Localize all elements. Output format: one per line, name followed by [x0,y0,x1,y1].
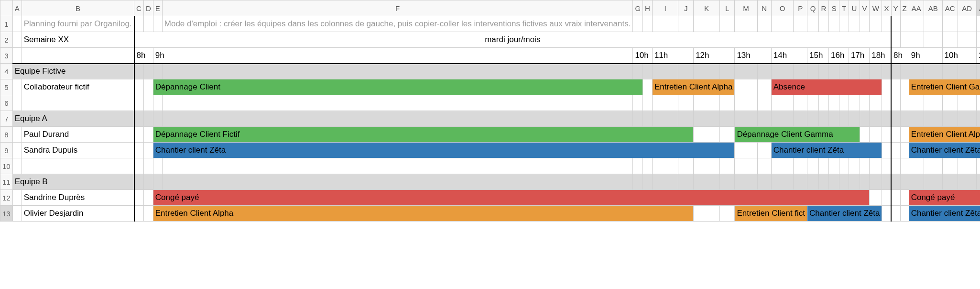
cell[interactable] [828,158,839,174]
cell[interactable] [12,143,22,158]
cell[interactable] [900,143,909,158]
cell[interactable] [924,174,942,190]
cell[interactable] [891,111,900,127]
cell[interactable] [678,158,694,174]
task-block[interactable]: Entretien Client Alpha [652,79,735,95]
cell[interactable] [882,95,891,111]
cell[interactable] [891,143,900,158]
task-block[interactable]: Chantier client Zêta [909,143,980,158]
cell[interactable] [633,64,643,79]
cell[interactable] [757,95,771,111]
cell[interactable] [818,64,828,79]
col-header[interactable]: T [839,0,849,16]
cell[interactable] [162,95,633,111]
cell[interactable] [958,158,976,174]
cell[interactable] [143,206,153,222]
cell[interactable] [958,174,976,190]
cell[interactable] [909,32,924,48]
spreadsheet[interactable]: A B C D E F G H I J K L M N O P Q R S T … [0,0,980,222]
task-block[interactable]: Chantier client Zêta [909,206,980,222]
cell[interactable] [735,16,757,32]
cell[interactable] [807,111,819,127]
cell[interactable] [134,190,144,206]
time-header[interactable]: 13h [735,48,771,64]
cell[interactable] [870,158,882,174]
cell[interactable]: Planning fourni par Organilog. [22,16,134,32]
cell[interactable] [757,64,771,79]
row-header[interactable]: 6 [0,95,13,111]
task-block[interactable]: Chantier client Zêta [153,143,735,158]
cell[interactable] [849,95,860,111]
cell[interactable] [12,48,22,64]
task-block[interactable]: Absence [771,79,882,95]
cell[interactable] [839,111,849,127]
col-header[interactable]: I [652,0,678,16]
cell[interactable]: Mode d'emploi : créer les équipes dans l… [162,16,633,32]
cell[interactable] [143,16,153,32]
col-header[interactable]: P [794,0,807,16]
cell[interactable] [134,111,144,127]
col-header[interactable]: AD [958,0,976,16]
cell[interactable] [900,64,909,79]
cell[interactable] [643,79,653,95]
time-header[interactable]: 16h [828,48,849,64]
col-header[interactable]: Y [891,0,900,16]
cell[interactable] [153,95,162,111]
time-header[interactable]: 9h [153,48,633,64]
cell[interactable] [849,158,860,174]
cell[interactable] [134,16,144,32]
cell[interactable] [12,206,22,222]
cell[interactable] [143,174,153,190]
cell[interactable] [134,206,144,222]
cell[interactable] [909,174,924,190]
cell[interactable] [909,16,924,32]
time-header[interactable]: 15h [807,48,829,64]
col-header[interactable]: H [643,0,653,16]
col-header[interactable]: J [678,0,694,16]
cell[interactable] [652,95,678,111]
task-block[interactable]: Dépannage Client Gamma [735,127,860,143]
col-header[interactable]: D [143,0,153,16]
row-header[interactable]: 8 [0,127,13,143]
cell[interactable] [924,32,942,48]
cell[interactable] [976,64,980,79]
cell[interactable] [633,95,643,111]
cell[interactable] [643,95,653,111]
col-header[interactable]: AC [942,0,958,16]
cell[interactable] [134,64,144,79]
cell[interactable] [942,174,958,190]
row-header[interactable]: 2 [0,32,13,48]
task-block[interactable]: Entretien Client fict [735,206,807,222]
person-name[interactable]: Olivier Desjardin [22,206,134,222]
time-header[interactable]: 8h [134,48,153,64]
team-label[interactable]: Equipe Fictive [12,64,134,79]
cell[interactable] [720,127,735,143]
cell[interactable] [694,64,720,79]
cell[interactable] [924,158,942,174]
cell[interactable] [882,16,891,32]
cell[interactable] [909,158,924,174]
cell[interactable] [807,64,819,79]
cell[interactable] [22,48,134,64]
cell[interactable] [807,16,819,32]
cell[interactable] [942,158,958,174]
cell[interactable] [153,64,162,79]
cell[interactable] [839,64,849,79]
cell[interactable] [976,32,980,48]
cell[interactable] [870,190,882,206]
cell[interactable] [891,32,900,48]
cell[interactable] [924,95,942,111]
cell[interactable] [633,158,643,174]
cell[interactable] [153,111,162,127]
cell[interactable] [12,16,22,32]
cell[interactable] [924,16,942,32]
cell[interactable] [694,127,720,143]
cell[interactable] [735,79,757,95]
cell[interactable] [891,158,900,174]
cell[interactable] [958,16,976,32]
cell[interactable] [652,158,678,174]
row-header[interactable]: 4 [0,64,13,79]
cell[interactable] [839,174,849,190]
cell[interactable] [794,64,807,79]
cell[interactable] [924,111,942,127]
